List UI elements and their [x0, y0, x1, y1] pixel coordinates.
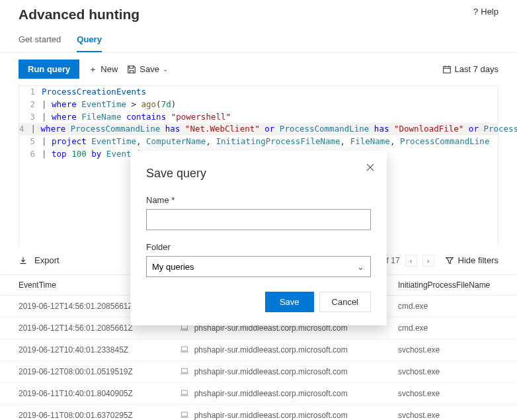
- save-button[interactable]: Save: [265, 292, 314, 312]
- name-label: Name *: [146, 195, 371, 205]
- close-icon: [366, 163, 375, 172]
- name-input[interactable]: [146, 209, 371, 230]
- modal-overlay: Save query Name * Folder ⌄ Save Cancel: [0, 0, 517, 420]
- folder-label: Folder: [146, 242, 371, 252]
- dialog-title: Save query: [146, 167, 371, 181]
- folder-select[interactable]: [146, 256, 371, 277]
- save-query-dialog: Save query Name * Folder ⌄ Save Cancel: [130, 151, 387, 325]
- cancel-button[interactable]: Cancel: [319, 292, 371, 312]
- close-button[interactable]: [366, 163, 375, 172]
